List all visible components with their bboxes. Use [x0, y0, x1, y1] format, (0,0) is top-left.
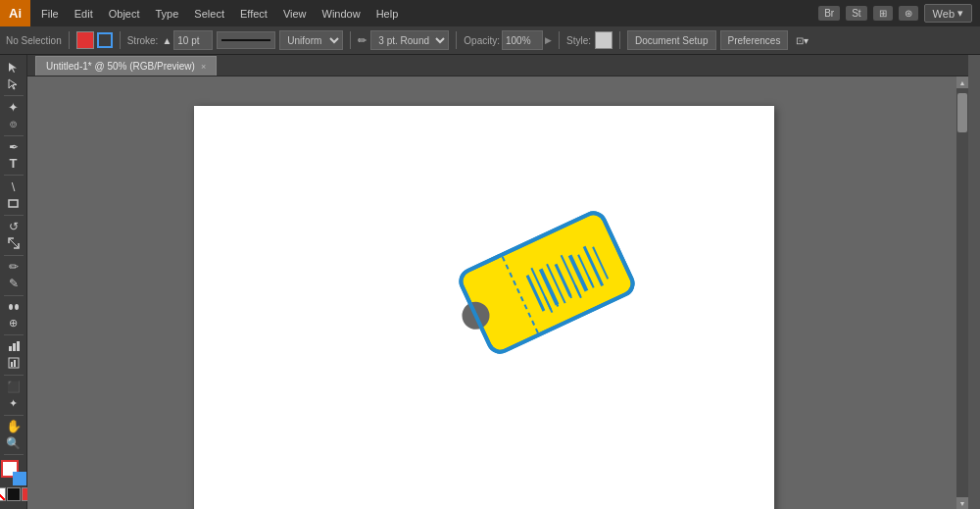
stroke-indicator[interactable] — [97, 32, 113, 48]
workspace-selector[interactable]: Web ▾ — [924, 4, 972, 23]
pen-tool[interactable]: ✒ — [2, 138, 25, 155]
stroke-type-select[interactable]: Uniform — [279, 30, 343, 50]
stroke-up-arrow[interactable]: ▲ — [162, 35, 172, 46]
tool-divider-2 — [4, 135, 24, 136]
properties-bar: No Selection Stroke: ▲ Uniform ✏ 3 pt. R… — [0, 26, 980, 55]
menu-help[interactable]: Help — [369, 6, 406, 22]
menu-edit[interactable]: Edit — [68, 6, 100, 22]
menu-view[interactable]: View — [276, 6, 314, 22]
style-label: Style: — [566, 35, 591, 46]
tool-divider-9 — [4, 415, 24, 416]
opacity-area: Opacity: ▶ — [464, 30, 552, 50]
scroll-down-arrow[interactable]: ▼ — [956, 497, 968, 509]
preferences-button[interactable]: Preferences — [720, 30, 789, 50]
svg-rect-10 — [11, 362, 13, 367]
menu-file[interactable]: File — [34, 6, 66, 22]
divider-4 — [456, 31, 457, 49]
type-tool[interactable]: T — [2, 155, 25, 172]
scroll-track[interactable] — [956, 88, 968, 497]
divider-2 — [120, 31, 121, 49]
opacity-input[interactable] — [502, 30, 543, 50]
lasso-tool[interactable]: ⌾ — [2, 116, 25, 132]
none-swatch[interactable] — [0, 487, 6, 501]
menu-effect[interactable]: Effect — [233, 6, 274, 22]
main-area: ✦ ⌾ ✒ T \ ↺ ✏ ✎ ⊕ ⬛ ✦ ✋ 🔍 — [0, 55, 980, 509]
hand-tool[interactable]: ✋ — [2, 418, 25, 434]
selection-tool[interactable] — [2, 59, 25, 76]
style-preview[interactable] — [595, 31, 612, 49]
stroke-label: Stroke: — [127, 35, 159, 46]
canvas-area[interactable]: ▲ ▼ — [27, 76, 968, 509]
tool-divider-4 — [4, 215, 24, 216]
menu-window[interactable]: Window — [316, 6, 368, 22]
brush-select[interactable]: 3 pt. Round — [370, 30, 449, 50]
brush-icon: ✏ — [358, 34, 367, 47]
graph-tool[interactable] — [2, 338, 25, 355]
vertical-scrollbar[interactable]: ▲ ▼ — [956, 76, 968, 509]
fill-stroke-indicator — [1, 460, 26, 485]
magic-wand-tool[interactable]: ✦ — [2, 99, 25, 116]
stroke-width-input[interactable] — [173, 30, 213, 50]
svg-marker-0 — [9, 63, 17, 73]
swirl-btn[interactable]: ⊛ — [899, 6, 918, 21]
rotate-tool[interactable]: ↺ — [2, 219, 25, 235]
right-panel — [968, 55, 980, 509]
opacity-label: Opacity: — [464, 35, 500, 46]
direct-selection-tool[interactable] — [2, 76, 25, 92]
measure-tool[interactable]: ✦ — [2, 395, 25, 412]
tab-bar: Untitled-1* @ 50% (RGB/Preview) × — [27, 55, 968, 76]
tool-divider-3 — [4, 175, 24, 176]
document-setup-button[interactable]: Document Setup — [627, 30, 716, 50]
eyedropper-tool[interactable]: ⬛ — [2, 379, 25, 395]
fill-area — [76, 31, 113, 49]
zoom-tool[interactable]: 🔍 — [2, 434, 25, 451]
paintbrush-tool[interactable]: ✏ — [2, 259, 25, 276]
bridge-btn[interactable]: Br — [818, 6, 840, 21]
divider-5 — [559, 31, 560, 49]
divider-6 — [619, 31, 620, 49]
chart-tool[interactable] — [2, 355, 25, 372]
line-tool[interactable]: \ — [2, 178, 25, 195]
document-tab[interactable]: Untitled-1* @ 50% (RGB/Preview) × — [35, 56, 217, 76]
grid-btn[interactable]: ⊞ — [873, 6, 893, 21]
svg-line-3 — [9, 238, 19, 248]
tool-divider-10 — [4, 454, 24, 455]
divider-1 — [69, 31, 70, 49]
transform-icon[interactable]: ⊡▾ — [796, 35, 808, 46]
svg-rect-7 — [13, 343, 16, 351]
artboard — [194, 106, 774, 509]
tab-close-button[interactable]: × — [201, 62, 206, 72]
svg-rect-6 — [9, 346, 12, 351]
scale-tool[interactable] — [2, 235, 25, 252]
divider-3 — [350, 31, 351, 49]
black-swatch[interactable] — [7, 487, 21, 501]
menu-object[interactable]: Object — [102, 6, 147, 22]
svg-point-4 — [9, 304, 13, 310]
tab-title: Untitled-1* @ 50% (RGB/Preview) — [46, 61, 195, 72]
scroll-up-arrow[interactable]: ▲ — [956, 76, 968, 88]
tool-divider-1 — [4, 95, 24, 96]
blend-tool[interactable] — [2, 298, 25, 315]
stroke-line-preview — [217, 31, 275, 49]
menu-type[interactable]: Type — [149, 6, 186, 22]
menubar: Ai File Edit Object Type Select Effect V… — [0, 0, 980, 26]
tool-divider-8 — [4, 375, 24, 376]
svg-point-5 — [15, 304, 19, 310]
ticket-svg — [439, 184, 655, 381]
fill-color-box[interactable] — [76, 31, 94, 49]
ticket-artwork — [439, 184, 655, 381]
symbol-tool[interactable]: ⊕ — [2, 315, 25, 331]
svg-marker-1 — [9, 79, 17, 89]
ai-logo: Ai — [0, 0, 30, 26]
left-toolbar: ✦ ⌾ ✒ T \ ↺ ✏ ✎ ⊕ ⬛ ✦ ✋ 🔍 — [0, 55, 27, 509]
scroll-thumb[interactable] — [957, 93, 967, 132]
rectangle-tool[interactable] — [2, 195, 25, 212]
opacity-expand[interactable]: ▶ — [545, 35, 552, 45]
svg-rect-8 — [17, 341, 20, 351]
svg-rect-2 — [9, 200, 18, 207]
stock-btn[interactable]: St — [846, 6, 866, 21]
menu-select[interactable]: Select — [187, 6, 231, 22]
pencil-tool[interactable]: ✎ — [2, 276, 25, 292]
content-area: Untitled-1* @ 50% (RGB/Preview) × — [27, 55, 968, 509]
stroke-swatch[interactable] — [13, 472, 26, 485]
